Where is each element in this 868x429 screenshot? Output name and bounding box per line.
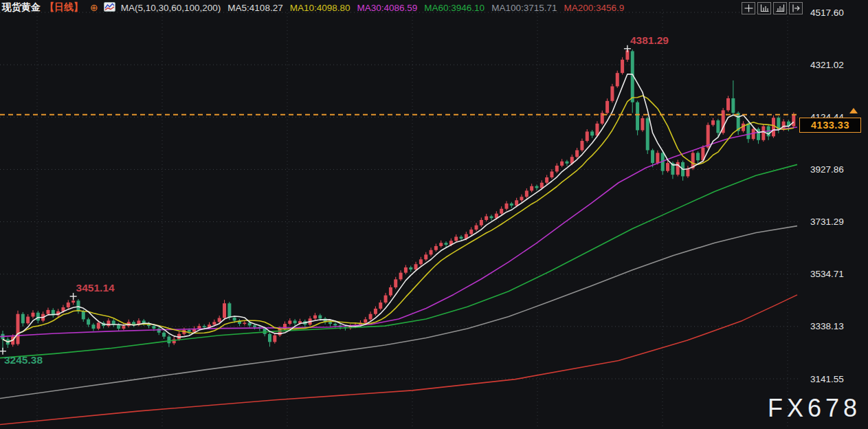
symbol-label: 现货黄金 — [2, 1, 41, 14]
period-label[interactable]: 【日线】 — [45, 1, 83, 14]
axis-label: 3141.55 — [810, 374, 844, 384]
ma-line-MA60 — [0, 164, 797, 358]
ma-line-MA10 — [3, 96, 794, 342]
price-annotation: 3451.14 — [76, 282, 115, 294]
chart-toolbar — [742, 2, 803, 14]
axis-label: 3534.71 — [810, 269, 844, 279]
axis-label: 3338.13 — [810, 321, 844, 331]
crosshair-icon[interactable] — [742, 2, 755, 14]
ma10-legend: MA10:4098.80 — [290, 3, 350, 13]
ma60-legend: MA60:3946.10 — [424, 3, 485, 13]
price-up-arrow-icon — [849, 108, 858, 113]
scale-right-icon[interactable] — [773, 2, 787, 14]
ma200-legend: MA200:3456.9 — [564, 3, 624, 13]
axis-label: 3927.86 — [810, 164, 844, 175]
chart-header: 现货黄金 【日线】 ⊕ MA(5,10,30,60,100,200) MA5:4… — [2, 1, 624, 14]
chart-window: 4381.293451.143245.384517.604321.024124.… — [0, 0, 868, 429]
ma-line-MA100 — [0, 226, 797, 399]
ma5-legend: MA5:4108.27 — [227, 3, 282, 13]
price-chart-canvas[interactable]: 4381.293451.143245.384517.604321.024124.… — [0, 0, 868, 429]
price-annotation: 4381.29 — [630, 34, 669, 46]
axis-label: 4321.02 — [810, 60, 844, 70]
shift-right-icon[interactable] — [789, 2, 803, 14]
gridlines — [0, 10, 799, 429]
ma-line-MA200 — [0, 295, 797, 425]
ma100-legend: MA100:3715.71 — [491, 3, 557, 13]
annotations: 4381.293451.143245.38 — [0, 34, 669, 366]
watermark: FX678 — [768, 394, 861, 423]
ma30-legend: MA30:4086.59 — [357, 3, 417, 13]
price-annotation: 3245.38 — [4, 354, 43, 366]
y-axis: 4517.604321.024124.443927.863731.293534.… — [810, 8, 844, 384]
chart-type-icon[interactable] — [104, 2, 115, 14]
axis-label: 3731.29 — [810, 217, 844, 227]
current-price-label: 4133.33 — [799, 118, 861, 133]
axis-label: 4517.60 — [810, 8, 844, 18]
scale-left-icon[interactable] — [757, 2, 771, 14]
ma-lines — [0, 74, 797, 425]
add-indicator-icon[interactable]: ⊕ — [90, 3, 98, 12]
ma-group-label[interactable]: MA(5,10,30,60,100,200) — [121, 3, 221, 13]
